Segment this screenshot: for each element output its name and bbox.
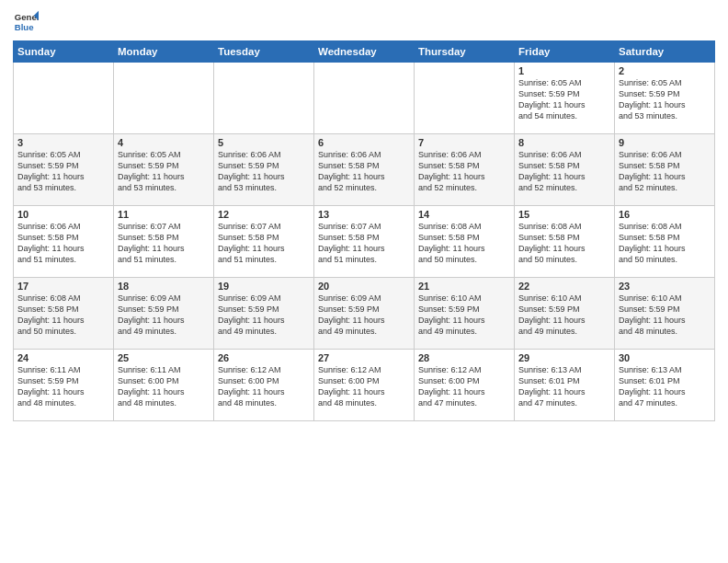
day-info: Sunrise: 6:12 AM Sunset: 6:00 PM Dayligh… <box>318 364 410 409</box>
day-info: Sunrise: 6:06 AM Sunset: 5:58 PM Dayligh… <box>318 149 410 194</box>
day-info: Sunrise: 6:07 AM Sunset: 5:58 PM Dayligh… <box>118 221 210 266</box>
calendar-cell: 27Sunrise: 6:12 AM Sunset: 6:00 PM Dayli… <box>314 350 415 421</box>
day-number: 4 <box>118 137 210 148</box>
day-number: 29 <box>518 352 610 363</box>
day-number: 9 <box>619 137 711 148</box>
calendar-cell: 15Sunrise: 6:08 AM Sunset: 5:58 PM Dayli… <box>515 206 615 278</box>
calendar-cell <box>214 63 314 134</box>
day-info: Sunrise: 6:06 AM Sunset: 5:58 PM Dayligh… <box>619 149 711 194</box>
calendar-cell: 17Sunrise: 6:08 AM Sunset: 5:58 PM Dayli… <box>14 278 114 350</box>
calendar-cell: 29Sunrise: 6:13 AM Sunset: 6:01 PM Dayli… <box>515 350 615 421</box>
day-number: 27 <box>318 352 410 363</box>
calendar-cell: 25Sunrise: 6:11 AM Sunset: 6:00 PM Dayli… <box>114 350 214 421</box>
day-number: 30 <box>619 352 711 363</box>
day-number: 15 <box>518 209 610 220</box>
calendar-cell: 24Sunrise: 6:11 AM Sunset: 5:59 PM Dayli… <box>14 350 114 421</box>
day-info: Sunrise: 6:08 AM Sunset: 5:58 PM Dayligh… <box>518 221 610 266</box>
day-info: Sunrise: 6:11 AM Sunset: 6:00 PM Dayligh… <box>118 364 210 409</box>
day-number: 8 <box>518 137 610 148</box>
calendar-cell: 12Sunrise: 6:07 AM Sunset: 5:58 PM Dayli… <box>214 206 314 278</box>
day-info: Sunrise: 6:06 AM Sunset: 5:58 PM Dayligh… <box>418 149 510 194</box>
calendar-week-1: 1Sunrise: 6:05 AM Sunset: 5:59 PM Daylig… <box>14 63 715 134</box>
day-info: Sunrise: 6:06 AM Sunset: 5:58 PM Dayligh… <box>17 221 109 266</box>
calendar-cell: 28Sunrise: 6:12 AM Sunset: 6:00 PM Dayli… <box>415 350 515 421</box>
calendar-cell: 18Sunrise: 6:09 AM Sunset: 5:59 PM Dayli… <box>114 278 214 350</box>
calendar-cell: 16Sunrise: 6:08 AM Sunset: 5:58 PM Dayli… <box>615 206 715 278</box>
calendar-cell: 20Sunrise: 6:09 AM Sunset: 5:59 PM Dayli… <box>314 278 415 350</box>
day-info: Sunrise: 6:05 AM Sunset: 5:59 PM Dayligh… <box>17 149 109 194</box>
day-number: 17 <box>17 281 109 292</box>
day-number: 19 <box>218 281 310 292</box>
day-info: Sunrise: 6:07 AM Sunset: 5:58 PM Dayligh… <box>218 221 310 266</box>
weekday-header-tuesday: Tuesday <box>214 41 314 63</box>
page: General Blue SundayMondayTuesdayWednesda… <box>0 0 728 563</box>
day-number: 25 <box>118 352 210 363</box>
day-info: Sunrise: 6:12 AM Sunset: 6:00 PM Dayligh… <box>418 364 510 409</box>
day-number: 13 <box>318 209 410 220</box>
calendar-cell: 23Sunrise: 6:10 AM Sunset: 5:59 PM Dayli… <box>615 278 715 350</box>
calendar-cell <box>415 63 515 134</box>
calendar-cell: 19Sunrise: 6:09 AM Sunset: 5:59 PM Dayli… <box>214 278 314 350</box>
day-info: Sunrise: 6:07 AM Sunset: 5:58 PM Dayligh… <box>318 221 410 266</box>
calendar-cell: 22Sunrise: 6:10 AM Sunset: 5:59 PM Dayli… <box>515 278 615 350</box>
calendar-cell: 11Sunrise: 6:07 AM Sunset: 5:58 PM Dayli… <box>114 206 214 278</box>
weekday-header-monday: Monday <box>114 41 214 63</box>
day-info: Sunrise: 6:10 AM Sunset: 5:59 PM Dayligh… <box>619 293 711 338</box>
weekday-header-saturday: Saturday <box>615 41 715 63</box>
calendar-cell <box>314 63 415 134</box>
day-info: Sunrise: 6:13 AM Sunset: 6:01 PM Dayligh… <box>518 364 610 409</box>
svg-text:General: General <box>15 12 39 22</box>
day-info: Sunrise: 6:08 AM Sunset: 5:58 PM Dayligh… <box>17 293 109 338</box>
day-info: Sunrise: 6:05 AM Sunset: 5:59 PM Dayligh… <box>619 77 711 122</box>
day-number: 5 <box>218 137 310 148</box>
calendar-cell: 6Sunrise: 6:06 AM Sunset: 5:58 PM Daylig… <box>314 134 415 206</box>
day-number: 11 <box>118 209 210 220</box>
weekday-header-sunday: Sunday <box>14 41 114 63</box>
day-number: 22 <box>518 281 610 292</box>
day-info: Sunrise: 6:05 AM Sunset: 5:59 PM Dayligh… <box>518 77 610 122</box>
calendar-cell: 5Sunrise: 6:06 AM Sunset: 5:59 PM Daylig… <box>214 134 314 206</box>
day-number: 23 <box>619 281 711 292</box>
logo-icon: General Blue <box>13 9 39 35</box>
calendar-cell: 14Sunrise: 6:08 AM Sunset: 5:58 PM Dayli… <box>415 206 515 278</box>
day-number: 3 <box>17 137 109 148</box>
day-info: Sunrise: 6:08 AM Sunset: 5:58 PM Dayligh… <box>619 221 711 266</box>
day-info: Sunrise: 6:09 AM Sunset: 5:59 PM Dayligh… <box>218 293 310 338</box>
svg-text:Blue: Blue <box>15 22 34 32</box>
day-number: 26 <box>218 352 310 363</box>
calendar-cell: 3Sunrise: 6:05 AM Sunset: 5:59 PM Daylig… <box>14 134 114 206</box>
day-info: Sunrise: 6:11 AM Sunset: 5:59 PM Dayligh… <box>17 364 109 409</box>
calendar-cell: 10Sunrise: 6:06 AM Sunset: 5:58 PM Dayli… <box>14 206 114 278</box>
calendar-cell: 7Sunrise: 6:06 AM Sunset: 5:58 PM Daylig… <box>415 134 515 206</box>
calendar-cell: 9Sunrise: 6:06 AM Sunset: 5:58 PM Daylig… <box>615 134 715 206</box>
day-number: 7 <box>418 137 510 148</box>
day-number: 18 <box>118 281 210 292</box>
day-number: 16 <box>619 209 711 220</box>
weekday-header-friday: Friday <box>515 41 615 63</box>
day-number: 24 <box>17 352 109 363</box>
day-number: 14 <box>418 209 510 220</box>
calendar-cell: 8Sunrise: 6:06 AM Sunset: 5:58 PM Daylig… <box>515 134 615 206</box>
day-number: 10 <box>17 209 109 220</box>
calendar-week-4: 17Sunrise: 6:08 AM Sunset: 5:58 PM Dayli… <box>14 278 715 350</box>
calendar-cell: 13Sunrise: 6:07 AM Sunset: 5:58 PM Dayli… <box>314 206 415 278</box>
day-number: 2 <box>619 65 711 76</box>
day-info: Sunrise: 6:06 AM Sunset: 5:58 PM Dayligh… <box>518 149 610 194</box>
day-number: 21 <box>418 281 510 292</box>
day-info: Sunrise: 6:09 AM Sunset: 5:59 PM Dayligh… <box>318 293 410 338</box>
calendar-table: SundayMondayTuesdayWednesdayThursdayFrid… <box>13 40 715 421</box>
day-info: Sunrise: 6:10 AM Sunset: 5:59 PM Dayligh… <box>518 293 610 338</box>
day-info: Sunrise: 6:12 AM Sunset: 6:00 PM Dayligh… <box>218 364 310 409</box>
weekday-header-row: SundayMondayTuesdayWednesdayThursdayFrid… <box>14 41 715 63</box>
weekday-header-wednesday: Wednesday <box>314 41 415 63</box>
calendar-cell <box>114 63 214 134</box>
weekday-header-thursday: Thursday <box>415 41 515 63</box>
day-number: 6 <box>318 137 410 148</box>
calendar-week-2: 3Sunrise: 6:05 AM Sunset: 5:59 PM Daylig… <box>14 134 715 206</box>
day-number: 28 <box>418 352 510 363</box>
calendar-cell: 30Sunrise: 6:13 AM Sunset: 6:01 PM Dayli… <box>615 350 715 421</box>
day-number: 1 <box>518 65 610 76</box>
calendar-cell: 26Sunrise: 6:12 AM Sunset: 6:00 PM Dayli… <box>214 350 314 421</box>
day-info: Sunrise: 6:06 AM Sunset: 5:59 PM Dayligh… <box>218 149 310 194</box>
calendar-cell: 1Sunrise: 6:05 AM Sunset: 5:59 PM Daylig… <box>515 63 615 134</box>
